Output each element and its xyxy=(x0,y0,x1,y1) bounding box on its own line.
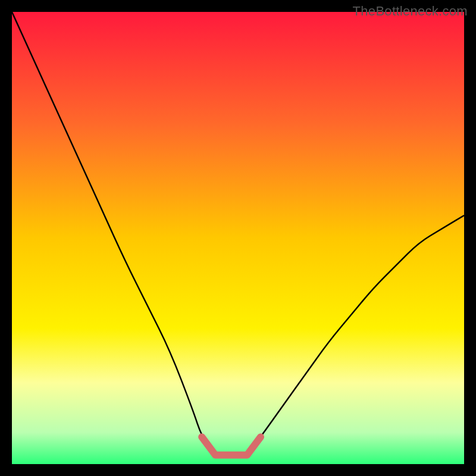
chart-background-gradient xyxy=(12,12,464,464)
bottleneck-chart xyxy=(12,12,464,464)
chart-frame: TheBottleneck.com xyxy=(0,0,476,476)
plot-area xyxy=(12,12,464,464)
watermark-text: TheBottleneck.com xyxy=(353,4,468,19)
